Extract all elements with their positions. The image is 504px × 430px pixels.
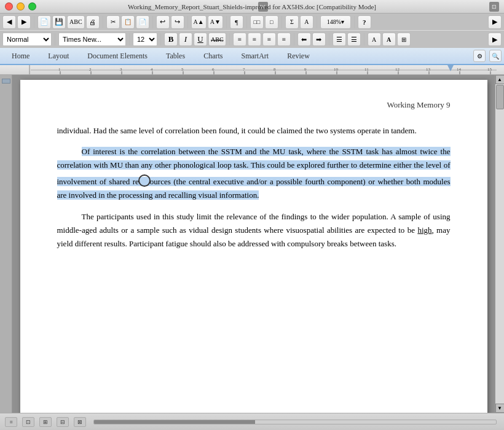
view-web-btn[interactable]: ⊟ — [57, 417, 69, 427]
highlight-btn[interactable]: A — [382, 33, 396, 46]
maximize-button[interactable] — [28, 2, 36, 10]
tab-review[interactable]: Review — [278, 48, 319, 64]
doc-area: Working Memory 9 individual. Had the sam… — [0, 75, 504, 413]
ribbon: Home Layout Document Elements Tables Cha… — [0, 48, 504, 65]
close-button[interactable] — [5, 2, 13, 10]
font-size-down-btn[interactable]: A▼ — [208, 15, 223, 29]
ribbon-settings-btn[interactable]: ⚙ — [473, 50, 486, 62]
svg-text:14: 14 — [457, 67, 462, 72]
indent-decrease-btn[interactable]: ⬅ — [297, 33, 311, 46]
view-outline-btn[interactable]: ⊡ — [22, 417, 34, 427]
tab-charts-label: Charts — [203, 52, 222, 61]
minimize-button[interactable] — [17, 2, 25, 10]
svg-text:7: 7 — [243, 67, 245, 72]
font-size-up-btn[interactable]: A▲ — [191, 15, 207, 29]
resize-icon[interactable]: ⊡ — [489, 2, 499, 12]
right-scrollbar[interactable]: ▲ ▼ — [495, 75, 504, 413]
columns-btn[interactable]: □□ — [250, 15, 264, 29]
svg-text:10: 10 — [334, 67, 339, 72]
align-justify-btn[interactable]: ≡ — [277, 33, 291, 46]
toolbar-more-btn[interactable]: ▶ — [488, 15, 502, 29]
ruler-svg: 1 2 3 4 5 6 7 8 9 10 11 12 13 1 — [0, 65, 504, 75]
scroll-down-btn[interactable]: ▼ — [495, 404, 505, 413]
scroll-up-btn[interactable]: ▲ — [495, 75, 505, 84]
forward-btn[interactable]: ▶ — [17, 15, 31, 29]
window-title: Working_Memory_Report_Stuart_Shields-imp… — [128, 3, 376, 10]
progress-fill — [94, 420, 255, 424]
font-color-btn[interactable]: A — [300, 15, 313, 29]
sep1 — [34, 16, 34, 28]
font-size-dropdown[interactable]: 12 10 14 16 — [133, 33, 157, 46]
zoom-dropdown[interactable]: 148%▾ — [320, 15, 351, 29]
bullet-list-btn[interactable]: ☰ — [333, 33, 346, 46]
numbered-list-btn[interactable]: ☰ — [347, 33, 361, 46]
undo-btn[interactable]: ↩ — [156, 15, 170, 29]
scroll-thumb[interactable] — [496, 85, 504, 109]
page-header: Working Memory 9 — [57, 98, 451, 112]
font-color-btn2[interactable]: A — [368, 33, 381, 46]
cut-btn[interactable]: ✂ — [106, 15, 120, 29]
format-btn[interactable]: Σ — [285, 15, 299, 29]
sep3 — [152, 16, 153, 28]
align-center-btn[interactable]: ≡ — [248, 33, 261, 46]
scroll-track[interactable] — [495, 84, 505, 404]
align-right-btn[interactable]: ≡ — [262, 33, 276, 46]
tab-tables-label: Tables — [166, 52, 185, 61]
tab-tables[interactable]: Tables — [157, 48, 194, 64]
svg-text:8: 8 — [274, 67, 276, 72]
bold-button[interactable]: B — [164, 33, 178, 46]
strikethrough-button[interactable]: ABC — [208, 33, 226, 46]
styles-btn[interactable]: ⊞ — [397, 33, 411, 46]
sep5 — [226, 16, 227, 28]
toolbar-row1: ◀ ▶ 📄 💾 ABC 🖨 ✂ 📋 📄 ↩ ↪ A▲ A▼ ¶ □□ □ Σ A… — [0, 14, 504, 31]
redo-btn[interactable]: ↪ — [171, 15, 184, 29]
svg-text:5: 5 — [181, 67, 184, 72]
para1-text: individual. Had the same level of correl… — [57, 126, 417, 135]
tab-smartart[interactable]: SmartArt — [232, 48, 278, 64]
tab-layout-label: Layout — [48, 52, 69, 61]
paste-btn[interactable]: 📄 — [136, 15, 149, 29]
view-page-btn[interactable]: ⊞ — [39, 417, 52, 427]
font-dropdown[interactable]: Times New... Arial Helvetica — [58, 33, 126, 46]
spell-btn[interactable]: ABC — [67, 15, 85, 29]
ribbon-search-btn[interactable]: 🔍 — [489, 50, 502, 62]
underline-button[interactable]: U — [194, 33, 207, 46]
print-btn[interactable]: 🖨 — [86, 15, 100, 29]
toolbar2-more-btn[interactable]: ▶ — [488, 33, 502, 46]
page-header-text: Working Memory 9 — [387, 100, 451, 109]
tab-document-elements[interactable]: Document Elements — [78, 48, 157, 64]
ruler-inner: 1 2 3 4 5 6 7 8 9 10 11 12 13 1 — [0, 65, 504, 74]
toolbar-right-spacer: ▶ — [488, 15, 502, 29]
window-controls[interactable] — [5, 2, 36, 10]
new-btn[interactable]: 📄 — [37, 15, 51, 29]
sep9 — [354, 16, 355, 28]
tab-document-elements-label: Document Elements — [87, 52, 148, 61]
align-left-btn[interactable]: ≡ — [233, 33, 246, 46]
style-dropdown[interactable]: Normal Heading 1 Heading 2 — [2, 33, 52, 46]
zoom-control: 148%▾ — [320, 15, 351, 29]
tab-home[interactable]: Home — [2, 48, 39, 64]
layout-btn[interactable]: □ — [265, 15, 278, 29]
svg-text:11: 11 — [364, 67, 369, 72]
view-normal-btn[interactable]: ≡ — [5, 417, 17, 427]
paragraph-1: individual. Had the same level of correl… — [57, 124, 451, 138]
tab-charts[interactable]: Charts — [194, 48, 232, 64]
save-btn[interactable]: 💾 — [52, 15, 66, 29]
page-container: Working Memory 9 individual. Had the sam… — [12, 75, 495, 413]
back-btn[interactable]: ◀ — [2, 15, 16, 29]
paragraph-marks-btn[interactable]: ¶ — [230, 15, 243, 29]
document-page[interactable]: Working Memory 9 individual. Had the sam… — [20, 80, 487, 413]
svg-text:1: 1 — [58, 67, 61, 72]
svg-text:15: 15 — [487, 67, 492, 72]
copy-btn[interactable]: 📋 — [121, 15, 135, 29]
italic-button[interactable]: I — [179, 33, 192, 46]
help-btn[interactable]: ? — [358, 15, 371, 29]
view-focus-btn[interactable]: ⊠ — [74, 417, 86, 427]
tab-review-label: Review — [287, 52, 310, 61]
toolbar2-right: ▶ — [488, 33, 502, 46]
tab-layout[interactable]: Layout — [39, 48, 78, 64]
cursor-circle — [138, 174, 151, 187]
indent-increase-btn[interactable]: ➡ — [312, 33, 326, 46]
svg-text:4: 4 — [151, 67, 153, 72]
tab-smartart-label: SmartArt — [241, 52, 269, 61]
